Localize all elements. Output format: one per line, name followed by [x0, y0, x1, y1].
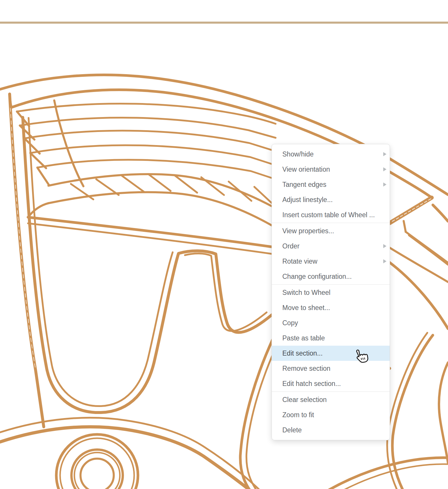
menu-item-label: Show/hide [282, 150, 314, 158]
panel-diagonal [30, 153, 46, 168]
slot-diagonal [96, 179, 119, 195]
menu-item-label: Edit section... [282, 349, 323, 357]
menu-item-label: Zoom to fit [282, 411, 314, 419]
inner-rim-arc-b [28, 223, 273, 254]
context-menu: Show/hideView orientationTangent edgesAd… [272, 144, 390, 440]
menu-item-adjust-linestyle[interactable]: Adjust linestyle... [272, 192, 390, 207]
menu-item-edit-section[interactable]: Edit section... [272, 346, 390, 361]
menu-item-label: Switch to Wheel [282, 289, 330, 296]
menu-item-rotate-view[interactable]: Rotate view [272, 254, 390, 269]
hub-circle-outer-a [56, 434, 138, 489]
menu-divider [272, 223, 390, 223]
menu-item-label: Copy [282, 319, 298, 327]
hand-cursor-icon [353, 348, 369, 366]
menu-item-zoom-to-fit[interactable]: Zoom to fit [272, 407, 390, 422]
chevron-right-icon [383, 167, 386, 171]
right-slot-diag-a [406, 232, 448, 263]
menu-item-view-properties[interactable]: View properties... [272, 223, 390, 239]
bottom-spoke-edge-a [240, 339, 273, 489]
menu-item-label: Change configuration... [282, 273, 352, 280]
menu-item-order[interactable]: Order [272, 239, 390, 254]
menu-item-label: Edit hatch section... [282, 380, 341, 387]
menu-item-switch-to-wheel[interactable]: Switch to Wheel [272, 285, 390, 300]
slot-diagonal [254, 187, 272, 203]
slot-diagonal [148, 174, 171, 191]
menu-item-label: Delete [282, 426, 302, 434]
menu-item-move-to-sheet[interactable]: Move to sheet... [272, 300, 390, 315]
menu-item-insert-custom-table-of-wheel[interactable]: Insert custom table of Wheel ... [272, 207, 390, 222]
menu-item-delete[interactable]: Delete [272, 422, 390, 438]
right-edge-arc [439, 363, 448, 463]
panel-diagonal [24, 138, 40, 154]
right-band-diag [388, 247, 448, 282]
menu-item-label: Move to sheet... [282, 304, 330, 312]
menu-divider [272, 391, 390, 392]
inner-rim-arc-a [28, 217, 273, 247]
bottom-corner-arc-b [326, 464, 448, 489]
right-inner-rim-diag [388, 262, 448, 329]
menu-item-label: View orientation [282, 166, 330, 173]
menu-item-label: View properties... [282, 227, 334, 235]
slot-diagonal [201, 177, 224, 195]
menu-item-label: Remove section [282, 365, 330, 372]
menu-item-show-hide[interactable]: Show/hide [272, 147, 390, 162]
chevron-right-icon [383, 259, 386, 263]
menu-item-tangent-edges[interactable]: Tangent edges [272, 177, 390, 192]
menu-item-view-orientation[interactable]: View orientation [272, 162, 390, 177]
menu-item-label: Paste as table [282, 334, 325, 342]
hub-circle-inner [80, 459, 114, 489]
chevron-right-icon [383, 182, 386, 187]
menu-item-label: Adjust linestyle... [282, 196, 333, 203]
menu-item-label: Order [282, 242, 300, 250]
menu-item-label: Insert custom table of Wheel ... [282, 211, 375, 219]
menu-item-remove-section[interactable]: Remove section [272, 361, 390, 376]
slot-band-left-connector [29, 203, 48, 217]
menu-item-label: Clear selection [282, 396, 327, 403]
chevron-right-icon [383, 244, 386, 248]
panel-long-diagonal [54, 100, 83, 186]
rim-edge-segment [433, 205, 448, 221]
menu-item-clear-selection[interactable]: Clear selection [272, 392, 390, 407]
menu-item-change-configuration[interactable]: Change configuration... [272, 269, 390, 284]
hub-plate-arc-thick [0, 427, 257, 489]
right-slot-diag-b [409, 235, 448, 265]
menu-item-label: Rotate view [282, 257, 317, 265]
hub-circle-mid-a [71, 450, 123, 489]
right-slot-vertical [404, 221, 406, 232]
chevron-right-icon [383, 152, 386, 156]
menu-divider [272, 284, 390, 285]
menu-item-edit-hatch-section[interactable]: Edit hatch section... [272, 376, 390, 391]
slot-diagonal [229, 182, 251, 201]
panel-diagonal [37, 168, 49, 185]
menu-item-copy[interactable]: Copy [272, 315, 390, 330]
menu-item-paste-as-table[interactable]: Paste as table [272, 330, 390, 346]
rim-chevron-seam [391, 199, 431, 222]
slot-band-bottom-arc [48, 192, 273, 226]
menu-item-label: Tangent edges [282, 181, 326, 188]
slot-diagonal [122, 176, 144, 192]
